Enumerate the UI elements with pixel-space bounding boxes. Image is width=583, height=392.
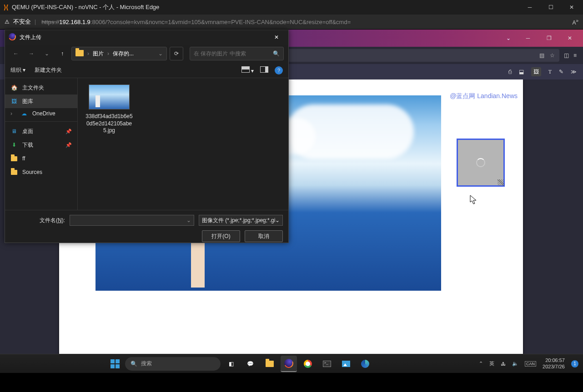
bookmark-star-icon[interactable]: ☆ — [550, 52, 555, 59]
date-text: 2023/7/26 — [543, 364, 565, 370]
place-home[interactable]: 🏠主文件夹 — [5, 81, 77, 94]
dialog-search[interactable]: 🔍 — [190, 47, 284, 60]
novnc-logo-icon: ⟩⟨ — [4, 4, 8, 11]
tray-chevron-icon[interactable]: ⌃ — [479, 361, 483, 367]
watermark-text: @蓝点网 Landian.News — [450, 92, 518, 100]
insecure-label: 不安全 — [13, 18, 31, 26]
help-button[interactable]: ? — [275, 66, 283, 74]
taskbar-terminal[interactable] — [319, 356, 335, 372]
search-icon[interactable]: 🔍 — [273, 50, 280, 57]
view-mode-button[interactable]: ▾ — [241, 66, 254, 74]
filename-label: 文件名(N): — [10, 217, 65, 224]
volume-icon[interactable]: 🔈 — [512, 361, 518, 367]
task-view-button[interactable]: ◧ — [223, 356, 240, 372]
draw-tool-icon[interactable]: ✎ — [559, 69, 563, 75]
filename-input[interactable]: ⌄ — [70, 215, 194, 226]
taskbar-edge[interactable] — [357, 356, 373, 372]
minimize-button[interactable]: ─ — [519, 0, 540, 15]
dialog-footer: 文件名(N): ⌄ 图像文件 (*.jpe;*.jpg;*.jpeg;*.gif… — [5, 210, 288, 247]
taskbar-chrome[interactable] — [300, 356, 316, 372]
crumb-pictures[interactable]: 图片 — [93, 50, 104, 58]
url-text[interactable]: https://192.168.1.9:8006/?console=kvm&no… — [41, 19, 351, 25]
time-text: 20:06:57 — [543, 357, 565, 363]
place-downloads[interactable]: ⬇下载📌 — [5, 138, 77, 152]
file-thumbnail — [89, 84, 130, 109]
place-onedrive[interactable]: ›☁OneDrive — [5, 108, 77, 122]
insecure-icon: ⚠ — [5, 19, 10, 25]
download-icon[interactable]: ⬓ — [519, 69, 524, 75]
ime-mode-icon[interactable]: CAN — [525, 361, 536, 367]
folder-icon — [75, 50, 84, 58]
system-tray: ⌃ 英 🖧 🔈 CAN 20:06:57 2023/7/26 1 — [479, 357, 578, 369]
dialog-title: 文件上传 — [20, 34, 41, 41]
window-title: QEMU (PVE-INS-CAN) - noVNC - 个人 - Micros… — [12, 3, 159, 11]
breadcrumb[interactable]: › 图片 › 保存的... ⌄ — [71, 47, 167, 60]
ime-language[interactable]: 英 — [489, 360, 494, 367]
svg-rect-0 — [111, 359, 115, 363]
nav-up-button[interactable]: ↑ — [56, 47, 69, 60]
place-desktop[interactable]: 🖥桌面📌 — [5, 124, 77, 138]
place-gallery[interactable]: 🖼图库 — [5, 94, 77, 108]
dialog-close-button[interactable]: ✕ — [268, 31, 285, 44]
taskbar-firefox[interactable] — [281, 356, 297, 372]
taskbar-photos[interactable] — [338, 356, 354, 372]
nav-forward-button: → — [25, 47, 38, 60]
vnc-viewport: ◂ ⌄ ─ ❐ ✕ .pdf ▤ ☆ ◫ ≡ 缩放 ⌄ — [0, 30, 583, 373]
cancel-button[interactable]: 取消 — [245, 230, 283, 242]
network-icon[interactable]: 🖧 — [501, 361, 506, 367]
reader-view-icon[interactable]: ▤ — [539, 52, 544, 59]
menu-icon[interactable]: ≡ — [573, 52, 577, 59]
start-button[interactable] — [108, 357, 122, 371]
taskbar-search[interactable]: 🔍 搜索 — [125, 357, 221, 371]
text-tool-icon[interactable]: T — [548, 69, 552, 75]
preview-pane-button[interactable] — [260, 66, 268, 74]
filetype-select[interactable]: 图像文件 (*.jpe;*.jpg;*.jpeg;*.gif;*.png;*.b… — [199, 215, 283, 226]
crumb-chevron-icon[interactable]: ⌄ — [158, 50, 163, 57]
firefox-minimize-button[interactable]: ─ — [518, 31, 538, 45]
notification-badge[interactable]: 1 — [571, 360, 578, 367]
files-pane[interactable]: 338df34ad3d1b6e50d5e2d142105abe5.jpg — [78, 78, 288, 210]
edge-titlebar: ⟩⟨ QEMU (PVE-INS-CAN) - noVNC - 个人 - Mic… — [0, 0, 583, 15]
crumb-saved[interactable]: 保存的... — [113, 50, 134, 58]
nav-recent-button[interactable]: ⌄ — [40, 47, 53, 60]
extensions-icon[interactable]: ◫ — [564, 52, 569, 59]
file-upload-dialog: 文件上传 ✕ ← → ⌄ ↑ › 图片 › 保存的... ⌄ ⟳ 🔍 组织 ▾ — [5, 30, 289, 243]
dialog-titlebar: 文件上传 ✕ — [5, 30, 288, 45]
image-placeholder-loading[interactable] — [457, 139, 505, 187]
dialog-toolbar: 组织 ▾ 新建文件夹 ▾ ? — [5, 63, 288, 78]
place-ff[interactable]: ff — [5, 152, 77, 165]
windows-taskbar: 🔍 搜索 ◧ 💬 ⌃ 英 🖧 🔈 CAN 20:06:57 2023/7/26 … — [0, 354, 583, 373]
svg-rect-3 — [116, 364, 120, 368]
tabs-dropdown-icon[interactable]: ⌄ — [499, 31, 518, 45]
search-placeholder: 搜索 — [141, 360, 152, 367]
place-sources[interactable]: Sources — [5, 165, 77, 179]
taskbar-explorer[interactable] — [261, 356, 278, 372]
clock[interactable]: 20:06:57 2023/7/26 — [543, 357, 565, 369]
svg-rect-1 — [116, 359, 120, 363]
firefox-maximize-button[interactable]: ❐ — [538, 31, 559, 45]
svg-rect-2 — [111, 364, 115, 368]
file-item[interactable]: 338df34ad3d1b6e50d5e2d142105abe5.jpg — [84, 84, 134, 134]
image-tool-icon[interactable]: 🖼 — [531, 67, 541, 76]
firefox-icon — [9, 33, 16, 42]
search-input[interactable] — [194, 50, 273, 57]
refresh-button[interactable]: ⟳ — [170, 47, 183, 60]
open-button[interactable]: 打开(O) — [202, 230, 240, 242]
file-name: 338df34ad3d1b6e50d5e2d142105abe5.jpg — [84, 113, 134, 134]
firefox-close-button[interactable]: ✕ — [559, 31, 580, 45]
edge-address-bar: ⚠ 不安全 | https://192.168.1.9:8006/?consol… — [0, 15, 583, 30]
search-icon: 🔍 — [131, 361, 137, 367]
more-tools-icon[interactable]: ≫ — [571, 69, 577, 75]
places-sidebar: 🏠主文件夹 🖼图库 ›☁OneDrive 🖥桌面📌 ⬇下载📌 ff Source… — [5, 78, 78, 210]
organize-menu[interactable]: 组织 ▾ — [10, 66, 25, 74]
read-aloud-icon[interactable]: A» — [572, 18, 578, 26]
nav-back-button[interactable]: ← — [10, 47, 22, 60]
new-folder-button[interactable]: 新建文件夹 — [35, 66, 62, 74]
dialog-nav: ← → ⌄ ↑ › 图片 › 保存的... ⌄ ⟳ 🔍 — [5, 45, 288, 63]
print-icon[interactable]: ⎙ — [508, 69, 512, 75]
close-button[interactable]: ✕ — [561, 0, 582, 15]
maximize-button[interactable]: ☐ — [540, 0, 561, 15]
taskbar-chat[interactable]: 💬 — [242, 356, 259, 372]
